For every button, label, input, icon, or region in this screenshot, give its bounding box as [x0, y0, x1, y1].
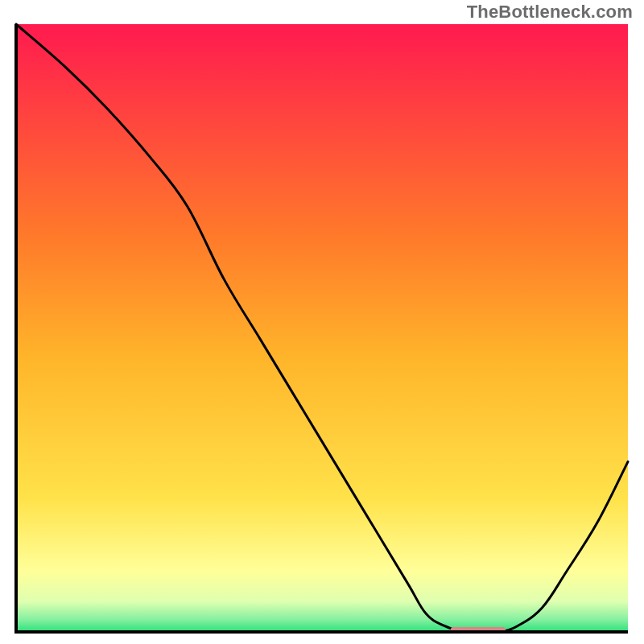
chart-plot-area	[16, 24, 628, 632]
chart-container: TheBottleneck.com	[0, 0, 644, 644]
chart-svg	[0, 0, 644, 644]
